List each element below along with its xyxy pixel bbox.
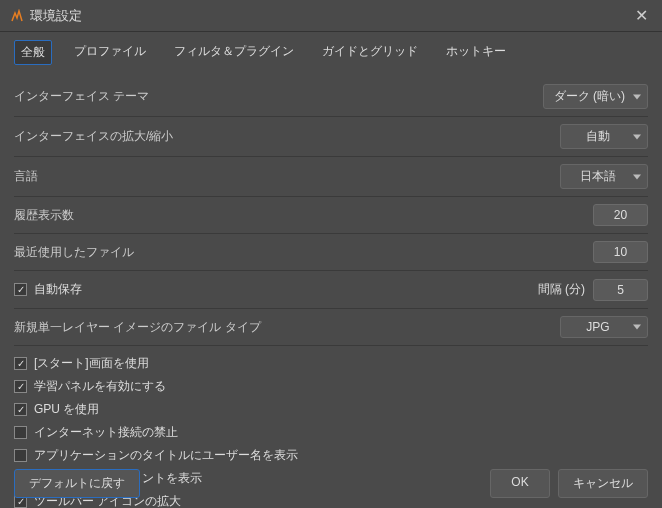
checkbox-label: インターネット接続の禁止	[34, 424, 178, 441]
tab-hotkeys[interactable]: ホットキー	[440, 40, 512, 65]
dropdown-theme[interactable]: ダーク (暗い)	[543, 84, 648, 109]
footer: デフォルトに戻す OK キャンセル	[0, 459, 662, 508]
field-interval[interactable]: 5	[593, 279, 648, 301]
row-history: 履歴表示数 20	[14, 197, 648, 234]
field-recent[interactable]: 10	[593, 241, 648, 263]
checkbox-autosave[interactable]: 自動保存	[14, 278, 82, 301]
cancel-button[interactable]: キャンセル	[558, 469, 648, 498]
label-theme: インターフェイス テーマ	[14, 88, 149, 105]
row-theme: インターフェイス テーマ ダーク (暗い)	[14, 77, 648, 117]
check-icon	[14, 283, 27, 296]
row-recent: 最近使用したファイル 10	[14, 234, 648, 271]
check-icon	[14, 380, 27, 393]
label-autosave: 自動保存	[34, 281, 82, 298]
label-interval: 間隔 (分)	[538, 281, 585, 298]
tab-filters[interactable]: フィルタ＆プラグイン	[168, 40, 300, 65]
field-history[interactable]: 20	[593, 204, 648, 226]
label-scale: インターフェイスの拡大/縮小	[14, 128, 173, 145]
tab-general[interactable]: 全般	[14, 40, 52, 65]
titlebar: 環境設定 ✕	[0, 0, 662, 31]
check-icon	[14, 426, 27, 439]
checkbox-start-screen[interactable]: [スタート]画面を使用	[14, 352, 648, 375]
checkbox-no-internet[interactable]: インターネット接続の禁止	[14, 421, 648, 444]
close-icon[interactable]: ✕	[631, 6, 652, 25]
dropdown-scale[interactable]: 自動	[560, 124, 648, 149]
row-autosave: 自動保存 間隔 (分) 5	[14, 271, 648, 309]
row-scale: インターフェイスの拡大/縮小 自動	[14, 117, 648, 157]
checkbox-label: 学習パネルを有効にする	[34, 378, 166, 395]
app-icon	[10, 9, 24, 23]
tab-profile[interactable]: プロファイル	[68, 40, 152, 65]
checkbox-label: GPU を使用	[34, 401, 99, 418]
tabs: 全般 プロファイル フィルタ＆プラグイン ガイドとグリッド ホットキー	[0, 32, 662, 71]
tab-guides[interactable]: ガイドとグリッド	[316, 40, 424, 65]
label-history: 履歴表示数	[14, 207, 74, 224]
checkbox-learning-panel[interactable]: 学習パネルを有効にする	[14, 375, 648, 398]
dropdown-newfiletype[interactable]: JPG	[560, 316, 648, 338]
checkbox-label: [スタート]画面を使用	[34, 355, 149, 372]
content: インターフェイス テーマ ダーク (暗い) インターフェイスの拡大/縮小 自動 …	[0, 71, 662, 508]
label-language: 言語	[14, 168, 38, 185]
checkbox-gpu[interactable]: GPU を使用	[14, 398, 648, 421]
window-title: 環境設定	[30, 7, 82, 25]
ok-button[interactable]: OK	[490, 469, 550, 498]
check-icon	[14, 357, 27, 370]
label-newfiletype: 新規単一レイヤー イメージのファイル タイプ	[14, 319, 261, 336]
row-newfiletype: 新規単一レイヤー イメージのファイル タイプ JPG	[14, 309, 648, 346]
check-icon	[14, 403, 27, 416]
reset-button[interactable]: デフォルトに戻す	[14, 469, 140, 498]
dropdown-language[interactable]: 日本語	[560, 164, 648, 189]
label-recent: 最近使用したファイル	[14, 244, 134, 261]
row-language: 言語 日本語	[14, 157, 648, 197]
